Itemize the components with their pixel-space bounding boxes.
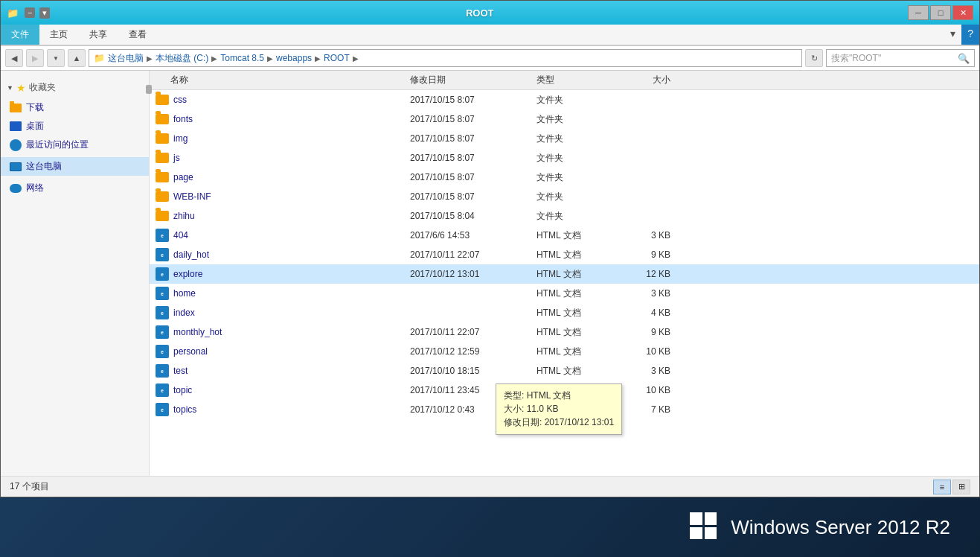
- help-button[interactable]: ?: [961, 25, 979, 45]
- file-type-cell: HTML 文档: [537, 249, 626, 261]
- file-date-cell: 2017/10/11 22:07: [410, 327, 537, 337]
- file-type-cell: 文件夹: [537, 152, 626, 165]
- file-name: explore: [173, 269, 202, 279]
- refresh-button[interactable]: ↻: [805, 49, 823, 67]
- sep2: ▶: [211, 54, 217, 63]
- dropdown-button[interactable]: ▼: [47, 49, 65, 67]
- table-row[interactable]: WEB-INF 2017/10/15 8:07 文件夹: [150, 187, 979, 206]
- tab-file[interactable]: 文件: [1, 25, 39, 45]
- sidebar-item-downloads-label: 下载: [26, 101, 44, 114]
- table-row[interactable]: zhihu 2017/10/15 8:04 文件夹: [150, 206, 979, 226]
- path-item-1[interactable]: 本地磁盘 (C:): [156, 52, 208, 65]
- file-size-cell: 7 KB: [626, 404, 685, 415]
- search-icon[interactable]: 🔍: [958, 53, 970, 64]
- file-date-cell: 2017/10/15 8:07: [410, 95, 537, 105]
- maximize-button[interactable]: □: [930, 5, 951, 20]
- recent-icon: [10, 139, 22, 151]
- file-rows-container: css 2017/10/15 8:07 文件夹 fonts 2017/10/15…: [150, 90, 979, 419]
- file-type-cell: 文件夹: [537, 133, 626, 145]
- file-name: monthly_hot: [173, 327, 222, 337]
- folder-icon: [156, 191, 169, 202]
- table-row[interactable]: js 2017/10/15 8:07 文件夹: [150, 148, 979, 168]
- table-row[interactable]: e explore 2017/10/12 13:01 HTML 文档 12 KB: [150, 264, 979, 284]
- path-item-0[interactable]: 这台电脑: [108, 52, 144, 65]
- tab-home[interactable]: 主页: [39, 25, 79, 45]
- file-name: test: [173, 366, 188, 376]
- table-row[interactable]: e monthly_hot 2017/10/11 22:07 HTML 文档 9…: [150, 322, 979, 342]
- file-date-cell: 2017/10/11 22:07: [410, 249, 537, 260]
- table-row[interactable]: e home HTML 文档 3 KB: [150, 284, 979, 303]
- table-row[interactable]: e personal 2017/10/12 12:59 HTML 文档 10 K…: [150, 342, 979, 361]
- folder-icon: [156, 172, 169, 182]
- table-row[interactable]: e test 2017/10/10 18:15 HTML 文档 3 KB: [150, 361, 979, 381]
- table-row[interactable]: e daily_hot 2017/10/11 22:07 HTML 文档 9 K…: [150, 245, 979, 264]
- close-button[interactable]: ✕: [952, 5, 973, 20]
- path-item-3[interactable]: webapps: [276, 53, 312, 63]
- file-name: js: [173, 153, 180, 163]
- ribbon-expand-button[interactable]: ▾: [944, 25, 961, 45]
- file-name-cell: e explore: [150, 267, 410, 281]
- path-item-4[interactable]: ROOT: [324, 53, 350, 63]
- win-grid-br: [705, 527, 717, 540]
- file-name: page: [173, 172, 193, 182]
- sidebar-item-this-pc[interactable]: 这台电脑: [1, 157, 149, 176]
- file-size-cell: 9 KB: [626, 249, 685, 260]
- sidebar-item-network[interactable]: 网络: [1, 179, 149, 197]
- windows-icon-grid: [690, 512, 717, 539]
- file-date-cell: 2017/10/12 13:01: [410, 269, 537, 279]
- file-name: topics: [173, 404, 196, 415]
- sidebar-item-recent[interactable]: 最近访问的位置: [1, 136, 149, 154]
- file-type-cell: HTML 文档: [537, 326, 626, 339]
- html-file-icon: e: [156, 383, 169, 397]
- column-date: 修改日期: [410, 74, 537, 86]
- status-item-count: 17 个项目: [10, 480, 49, 493]
- title-bar: 📁 − ▾ ROOT ─ □ ✕: [1, 1, 979, 25]
- file-name-cell: e 404: [150, 229, 410, 242]
- table-row[interactable]: e 404 2017/6/6 14:53 HTML 文档 3 KB: [150, 226, 979, 245]
- html-file-icon: e: [156, 267, 169, 281]
- table-row[interactable]: css 2017/10/15 8:07 文件夹: [150, 90, 979, 109]
- file-name-cell: css: [150, 95, 410, 105]
- view-details-button[interactable]: ≡: [933, 480, 951, 494]
- up-button[interactable]: ▲: [68, 49, 86, 67]
- search-box[interactable]: 搜索"ROOT" 🔍: [826, 49, 975, 67]
- table-row[interactable]: img 2017/10/15 8:07 文件夹: [150, 129, 979, 148]
- html-file-icon: e: [156, 345, 169, 358]
- file-date-cell: 2017/10/15 8:07: [410, 114, 537, 124]
- address-path[interactable]: 📁 这台电脑 ▶ 本地磁盘 (C:) ▶ Tomcat 8.5 ▶ webapp…: [89, 49, 802, 67]
- ribbon: 文件 主页 共享 查看 ▾ ?: [1, 25, 979, 46]
- column-name: 名称: [150, 74, 410, 86]
- file-size-cell: 4 KB: [626, 308, 685, 318]
- file-name: css: [173, 95, 187, 105]
- sidebar-item-desktop[interactable]: 桌面: [1, 117, 149, 136]
- tab-view[interactable]: 查看: [118, 25, 158, 45]
- table-row[interactable]: fonts 2017/10/15 8:07 文件夹: [150, 109, 979, 129]
- forward-button[interactable]: ▶: [26, 49, 44, 67]
- file-name: zhihu: [173, 211, 195, 221]
- tooltip-size-label: 大小:: [504, 404, 524, 414]
- file-type-cell: 文件夹: [537, 94, 626, 106]
- table-row[interactable]: page 2017/10/15 8:07 文件夹: [150, 168, 979, 187]
- sidebar-item-downloads[interactable]: 下载: [1, 98, 149, 117]
- file-name-cell: img: [150, 133, 410, 144]
- file-size-cell: 3 KB: [626, 366, 685, 376]
- minimize-button[interactable]: ─: [908, 5, 929, 20]
- view-tiles-button[interactable]: ⊞: [952, 480, 970, 494]
- tooltip-size-value: 11.0 KB: [527, 404, 559, 414]
- window-title: ROOT: [51, 7, 908, 19]
- file-name-cell: e index: [150, 306, 410, 319]
- file-type-cell: HTML 文档: [537, 307, 626, 319]
- file-type-cell: HTML 文档: [537, 346, 626, 358]
- sidebar-item-network-label: 网络: [26, 182, 44, 194]
- file-date-cell: 2017/10/12 12:59: [410, 346, 537, 357]
- table-row[interactable]: e index HTML 文档 4 KB: [150, 303, 979, 322]
- column-type: 类型: [537, 74, 626, 86]
- file-name-cell: page: [150, 172, 410, 182]
- file-size-cell: 3 KB: [626, 288, 685, 299]
- tab-share[interactable]: 共享: [79, 25, 118, 45]
- file-name-cell: fonts: [150, 114, 410, 124]
- file-name-cell: e test: [150, 364, 410, 378]
- path-item-2[interactable]: Tomcat 8.5: [220, 53, 264, 63]
- back-button[interactable]: ◀: [5, 49, 23, 67]
- file-name-cell: WEB-INF: [150, 191, 410, 202]
